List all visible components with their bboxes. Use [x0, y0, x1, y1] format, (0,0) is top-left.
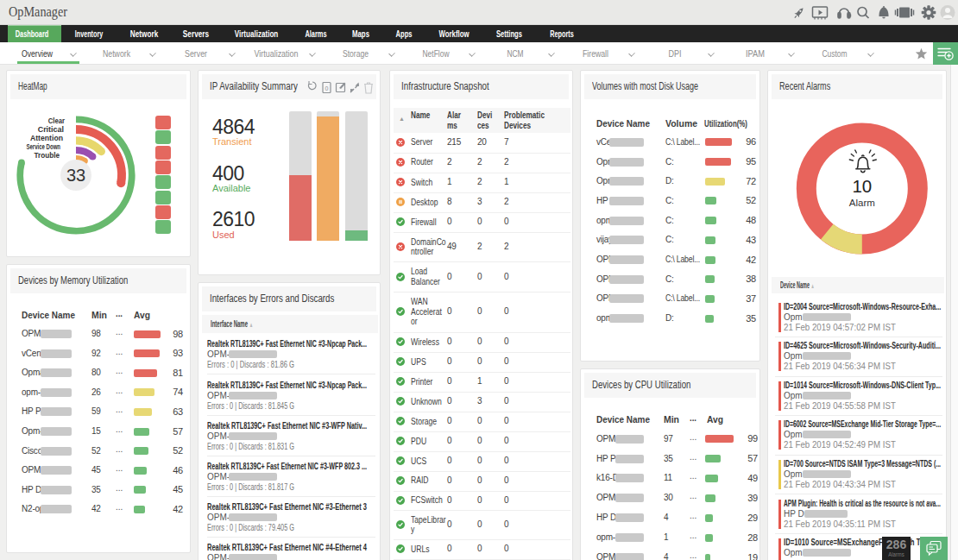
- svg-text:33: 33: [66, 166, 85, 185]
- svg-text:Alarm: Alarm: [849, 198, 875, 208]
- svg-text:0: 0: [325, 85, 329, 91]
- svg-text:10: 10: [852, 176, 872, 196]
